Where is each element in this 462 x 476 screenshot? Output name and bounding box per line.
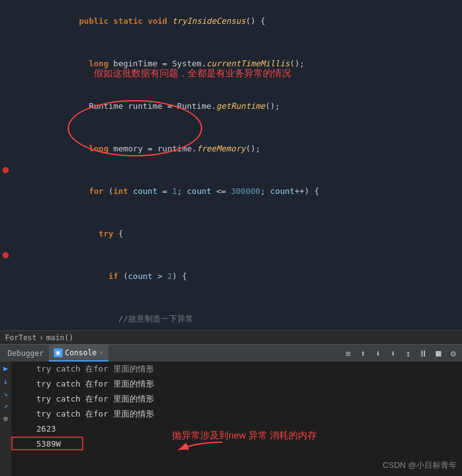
line-code-4: long memory = runtime.freeMemory(); [25,128,462,170]
breadcrumb-separator: › [39,333,44,342]
toolbar-icons: ≡ ⬆ ⬇ ⬇ ↕ ⏸ ⏹ ⚙ [342,347,459,360]
code-line-6: try { [0,213,462,255]
breadcrumb-file: ForTest [5,333,37,342]
tab-close-icon[interactable]: × [99,348,103,357]
console-icon: ▣ [54,348,63,357]
settings-icon[interactable]: ⚙ [447,347,459,360]
memory-value: 5389W [36,439,61,448]
arrow-annotation [172,437,222,458]
debug-tab-bar: Debugger ▣ Console × ≡ ⬆ ⬇ ⬇ ↕ ⏸ ⏹ ⚙ [0,344,462,362]
menu-icon[interactable]: ≡ [342,347,354,360]
step-over-btn[interactable]: ↓ [1,377,10,385]
console-line-0: try catch 在for 里面的情形 [11,362,462,377]
console-line-1: try catch 在for 里面的情形 [11,377,462,392]
code-line-7: if (count > 2) { [0,255,462,298]
code-line-5: for (int count = 1; count <= 300000; cou… [0,170,462,213]
breadcrumb-bar: ForTest › main() [0,330,462,344]
step-over-icon[interactable]: ⬇ [387,347,399,360]
console-tab[interactable]: ▣ Console × [49,345,108,362]
step-into-icon[interactable]: ↕ [402,347,414,360]
code-content: public static void tryInsideCensus() { l… [0,0,462,330]
line-code-5: for (int count = 1; count <= 300000; cou… [25,170,462,213]
line-code-8: //故意制造一下异常 [25,298,462,330]
download-icon[interactable]: ⬇ [372,347,384,360]
code-line-3: Runtime runtime = Runtime.getRuntime(); [0,85,462,128]
console-line-3: try catch 在for 里面的情形 [11,407,462,422]
code-line-8: //故意制造一下异常 [0,298,462,330]
breakpoint-7 [3,252,9,258]
run-to-cursor-btn[interactable]: ⊞ [1,414,10,423]
csdn-watermark: CSDN @小目标青年 [382,460,457,471]
debugger-tab[interactable]: Debugger [3,345,49,362]
step-out-btn[interactable]: ↗ [1,402,10,410]
code-line-4: long memory = runtime.freeMemory(); [0,128,462,170]
pause-icon[interactable]: ⏸ [417,347,429,360]
code-line-1: public static void tryInsideCensus() { [0,0,462,43]
line-code-7: if (count > 2) { [25,255,462,298]
console-line-2: try catch 在for 里面的情形 [11,392,462,407]
arrow-svg [172,437,222,456]
code-editor: public static void tryInsideCensus() { l… [0,0,462,330]
breadcrumb-method: main() [46,333,73,342]
stop-icon[interactable]: ⏹ [432,347,444,360]
scroll-up-icon[interactable]: ⬆ [357,347,369,360]
debug-side-panel: ▶ ↓ ↘ ↗ ⊞ [0,362,11,476]
console-panel: ▶ ↓ ↘ ↗ ⊞ try catch 在for 里面的情形 try catch… [0,362,462,476]
line-code-1: public static void tryInsideCensus() { [25,0,462,43]
line-code-3: Runtime runtime = Runtime.getRuntime(); [25,85,462,128]
resume-button[interactable]: ▶ [1,364,10,373]
console-label: Console [65,348,97,357]
line-code-6: try { [25,213,462,255]
step-into-btn[interactable]: ↘ [1,389,10,398]
debugger-label: Debugger [8,349,44,358]
top-annotation: 假如这批数据有问题，全都是有业务异常的情况 [94,68,291,79]
breakpoint-5 [3,167,9,173]
